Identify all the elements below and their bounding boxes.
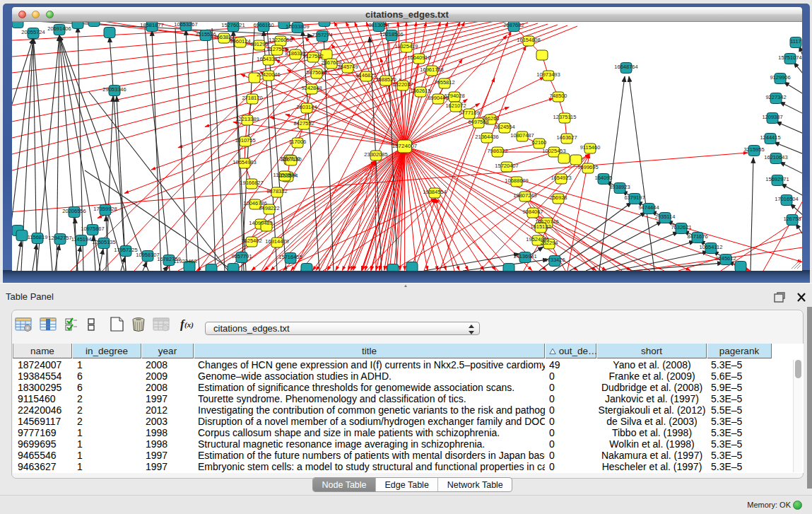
svg-text:20055724: 20055724: [21, 29, 45, 35]
svg-text:10688609: 10688609: [505, 177, 528, 184]
svg-text:9657791: 9657791: [231, 253, 252, 259]
svg-text:10653267: 10653267: [174, 22, 197, 28]
svg-text:1733426: 1733426: [544, 257, 565, 263]
svg-text:8960124: 8960124: [230, 38, 250, 45]
svg-text:13226058: 13226058: [269, 37, 292, 43]
svg-text:20691406: 20691406: [47, 25, 71, 32]
svg-text:8427552: 8427552: [293, 120, 314, 127]
svg-text:19166827: 19166827: [240, 180, 263, 186]
svg-text:252294: 252294: [540, 240, 558, 246]
svg-text:62160: 62160: [532, 139, 547, 146]
svg-text:7955812: 7955812: [434, 79, 454, 86]
svg-text:9699695: 9699695: [577, 164, 598, 170]
svg-text:(x): (x): [184, 320, 194, 329]
svg-text:2087682: 2087682: [503, 22, 524, 28]
svg-text:7515526: 7515526: [195, 31, 216, 37]
svg-text:15276021: 15276021: [221, 22, 245, 28]
svg-text:1654923: 1654923: [551, 175, 571, 181]
svg-text:11353594: 11353594: [273, 172, 297, 178]
svg-text:17957225: 17957225: [114, 247, 137, 253]
svg-text:20206556: 20206556: [62, 208, 86, 214]
svg-text:15692971: 15692971: [765, 176, 789, 182]
svg-text:126753: 126753: [783, 216, 801, 222]
svg-text:1156819: 1156819: [28, 234, 48, 240]
svg-text:9146821: 9146821: [355, 72, 376, 78]
svg-text:9127502: 9127502: [302, 53, 323, 59]
svg-text:14136941: 14136941: [513, 253, 536, 259]
svg-text:8471676: 8471676: [687, 233, 707, 240]
svg-text:7625402: 7625402: [241, 238, 261, 244]
svg-text:3624554: 3624554: [494, 124, 514, 130]
svg-text:10973493: 10973493: [536, 71, 560, 78]
svg-text:1463627: 1463627: [556, 134, 577, 141]
svg-text:748500: 748500: [549, 93, 567, 99]
svg-text:9127508: 9127508: [266, 46, 287, 52]
svg-text:16154808: 16154808: [517, 37, 540, 43]
svg-text:1621072: 1621072: [445, 103, 466, 109]
svg-text:16033809: 16033809: [286, 23, 309, 30]
svg-text:18724007: 18724007: [392, 143, 418, 149]
svg-text:6379197: 6379197: [624, 194, 645, 201]
svg-text:6794028: 6794028: [444, 93, 464, 99]
svg-text:3267130: 3267130: [281, 156, 301, 163]
svg-text:9115460: 9115460: [580, 144, 601, 151]
svg-text:1209387: 1209387: [762, 114, 782, 120]
svg-text:19384554: 19384554: [423, 189, 446, 195]
svg-text:12218506: 12218506: [379, 31, 403, 37]
svg-text:6497568: 6497568: [468, 119, 488, 125]
svg-text:17016504: 17016504: [775, 196, 798, 202]
svg-text:9084067: 9084067: [522, 209, 543, 215]
svg-text:21364436: 21364436: [475, 134, 498, 140]
svg-text:11923468: 11923468: [174, 258, 197, 264]
svg-text:3215955: 3215955: [743, 146, 764, 153]
svg-text:10975867: 10975867: [81, 226, 104, 232]
svg-text:7632621: 7632621: [671, 224, 691, 230]
svg-text:29053346: 29053346: [102, 86, 126, 93]
svg-text:12942757: 12942757: [48, 235, 71, 241]
svg-text:1244415: 1244415: [760, 134, 780, 141]
svg-text:6966160: 6966160: [253, 22, 273, 28]
svg-text:16914479: 16914479: [265, 238, 288, 245]
svg-text:1362615: 1362615: [410, 88, 430, 94]
svg-text:164095: 164095: [594, 175, 612, 181]
svg-text:9498222: 9498222: [259, 205, 279, 211]
svg-text:3845749: 3845749: [337, 64, 358, 70]
svg-text:9474444: 9474444: [638, 204, 659, 211]
svg-text:891295: 891295: [250, 41, 268, 47]
svg-text:1117: 1117: [790, 38, 801, 45]
svg-text:23302085: 23302085: [364, 151, 387, 158]
svg-text:9242848: 9242848: [301, 85, 322, 91]
svg-text:12505135: 12505135: [92, 239, 115, 245]
svg-text:1145194: 1145194: [71, 236, 92, 243]
svg-text:18581877: 18581877: [140, 22, 163, 28]
svg-text:18807249: 18807249: [513, 192, 536, 199]
svg-text:8813054: 8813054: [368, 22, 389, 28]
svg-text:16648764: 16648764: [614, 64, 637, 70]
svg-text:7986322: 7986322: [487, 148, 507, 154]
svg-text:14099489: 14099489: [249, 220, 272, 226]
svg-text:15720407: 15720407: [495, 163, 518, 169]
svg-text:15751074: 15751074: [778, 54, 801, 61]
svg-text:16210643: 16210643: [764, 154, 787, 160]
svg-text:10025453: 10025453: [542, 148, 565, 154]
svg-text:22420046: 22420046: [257, 71, 280, 78]
svg-text:756928: 756928: [549, 194, 567, 201]
svg-text:117006: 117006: [289, 139, 306, 145]
svg-text:12375115: 12375115: [553, 114, 577, 120]
svg-text:2935114: 2935114: [655, 214, 676, 220]
svg-text:1615132: 1615132: [530, 223, 551, 230]
svg-text:10807487: 10807487: [510, 132, 534, 139]
svg-text:9777169: 9777169: [459, 110, 479, 116]
svg-text:2803144: 2803144: [296, 104, 317, 110]
svg-text:15716455: 15716455: [278, 254, 302, 260]
svg-text:10654112: 10654112: [700, 244, 723, 250]
svg-text:12213389: 12213389: [235, 116, 259, 122]
svg-text:16961758: 16961758: [420, 66, 443, 73]
svg-text:10654983: 10654983: [233, 159, 256, 165]
svg-text:5875685: 5875685: [306, 69, 326, 76]
svg-text:8938923: 8938923: [609, 184, 630, 190]
svg-text:9245612: 9245612: [715, 255, 736, 262]
svg-text:6322037: 6322037: [392, 81, 413, 88]
svg-text:10958107: 10958107: [136, 252, 159, 258]
svg-text:17359928: 17359928: [93, 206, 117, 212]
